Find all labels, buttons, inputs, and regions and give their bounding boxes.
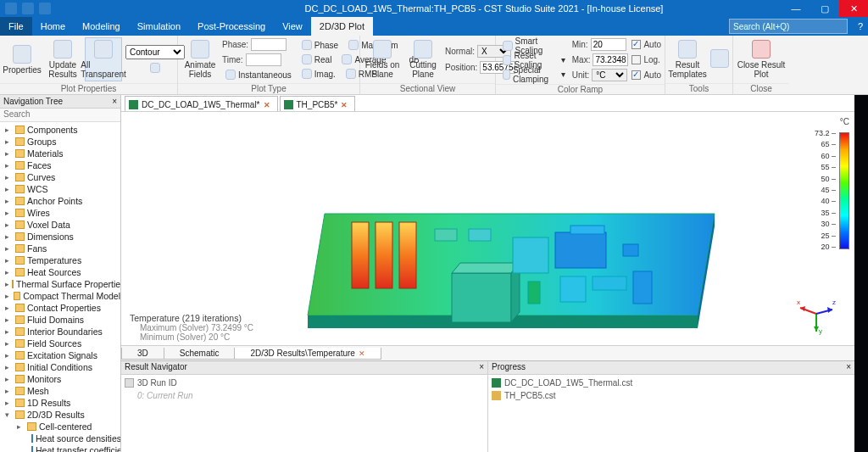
3d-view[interactable]: °C 73.2 –65 –60 –55 –50 –45 –40 –35 –30 … bbox=[121, 112, 854, 345]
progress-file-row[interactable]: TH_PCB5.cst bbox=[492, 389, 851, 402]
macro-button[interactable] bbox=[709, 37, 730, 81]
tab-simulation[interactable]: Simulation bbox=[129, 17, 189, 36]
tree-item[interactable]: ▸Interior Boundaries bbox=[2, 326, 120, 338]
update-results-button[interactable]: Update Results bbox=[44, 37, 81, 81]
auto-unit-checkbox[interactable] bbox=[632, 70, 641, 80]
animate-fields-button[interactable]: Animate Fields bbox=[181, 37, 219, 81]
tree-item[interactable]: ▸Components bbox=[2, 124, 120, 136]
run-id-row[interactable]: 3D Run ID bbox=[125, 377, 484, 389]
min-input[interactable] bbox=[591, 38, 626, 51]
tree-item[interactable]: ▸Compact Thermal Model bbox=[2, 290, 120, 302]
tree-item-2d3d-results[interactable]: ▾2D/3D Results bbox=[2, 409, 120, 421]
tree-item[interactable]: ▸Faces bbox=[2, 159, 120, 171]
special-clamping-button[interactable]: Special Clamping ▾ bbox=[499, 68, 569, 81]
nav-search[interactable]: Search bbox=[0, 109, 120, 122]
tree-item[interactable]: ▸Wires bbox=[2, 207, 120, 219]
tab-home[interactable]: Home bbox=[32, 17, 74, 36]
tab-postprocessing[interactable]: Post-Processing bbox=[189, 17, 274, 36]
tab-2d3d-plot[interactable]: 2D/3D Plot bbox=[311, 17, 373, 36]
tree-item[interactable]: ▸Field Sources bbox=[2, 338, 120, 349]
maximize-button[interactable]: ▢ bbox=[810, 0, 839, 17]
cutting-plane-button[interactable]: Cutting Plane bbox=[404, 37, 442, 81]
animate-icon bbox=[191, 40, 209, 59]
real-button[interactable]: Real bbox=[298, 53, 336, 66]
close-button[interactable]: ✕ bbox=[839, 0, 868, 17]
view-tab[interactable]: 3D bbox=[121, 348, 164, 360]
tab-modeling[interactable]: Modeling bbox=[74, 17, 129, 36]
tree-item[interactable]: ▸Materials bbox=[2, 148, 120, 159]
max-input[interactable] bbox=[593, 53, 628, 66]
svg-rect-11 bbox=[513, 237, 548, 273]
phase-button[interactable]: Phase bbox=[298, 38, 342, 52]
coordinate-triad[interactable]: x y z bbox=[795, 293, 837, 335]
all-transparent-button[interactable]: All Transparent bbox=[85, 37, 122, 81]
tree-item[interactable]: ▸Temperatures bbox=[2, 254, 120, 266]
fields-on-plane-button[interactable]: Fields on Plane bbox=[364, 37, 401, 81]
tree-item[interactable]: ▸Anchor Points bbox=[2, 195, 120, 207]
tab-view[interactable]: View bbox=[274, 17, 311, 36]
contour-select[interactable]: Contour bbox=[125, 45, 185, 59]
result-navigator-title: Result Navigator bbox=[125, 362, 187, 373]
color-legend: °C 73.2 –65 –60 –55 –50 –45 –40 –35 –30 … bbox=[812, 117, 849, 128]
panel-close-icon[interactable]: × bbox=[846, 362, 851, 373]
qat bbox=[0, 3, 186, 14]
svg-rect-17 bbox=[633, 271, 652, 304]
tree-item[interactable]: ▸WCS bbox=[2, 183, 120, 195]
tree-item[interactable]: ▸Excitation Signals bbox=[2, 349, 120, 361]
tree-item[interactable]: ▸Thermal Surface Properties bbox=[2, 278, 120, 290]
temperature-plot bbox=[291, 163, 732, 345]
save-icon[interactable] bbox=[5, 3, 17, 14]
current-run-row[interactable]: 0: Current Run bbox=[125, 389, 484, 402]
search-input[interactable]: Search (Alt+Q) bbox=[729, 19, 848, 34]
tree-item[interactable]: ▸Voxel Data bbox=[2, 219, 120, 231]
panel-close-icon[interactable]: × bbox=[112, 97, 117, 106]
tree-item[interactable]: Heat transfer coefficient bbox=[2, 444, 120, 452]
legend-tick: 20 – bbox=[815, 243, 836, 251]
progress-file-row[interactable]: DC_DC_LOAD_1W5_Thermal.cst bbox=[492, 377, 851, 389]
tree-item[interactable]: ▸Contact Properties bbox=[2, 302, 120, 314]
redo-icon[interactable] bbox=[39, 3, 51, 14]
tree-item[interactable]: ▸Fluid Domains bbox=[2, 314, 120, 326]
undo-icon[interactable] bbox=[22, 3, 34, 14]
tree-item[interactable]: Heat source densities bbox=[2, 432, 120, 444]
legend-tick: 65 – bbox=[815, 140, 836, 148]
tree-item[interactable]: ▸1D Results bbox=[2, 397, 120, 409]
tree-item[interactable]: ▸Initial Conditions bbox=[2, 361, 120, 373]
result-templates-button[interactable]: Result Templates bbox=[669, 37, 706, 81]
help-icon[interactable]: ? bbox=[853, 21, 868, 31]
svg-rect-15 bbox=[570, 226, 604, 234]
svg-rect-9 bbox=[435, 229, 457, 241]
properties-button[interactable]: Properties bbox=[3, 37, 41, 81]
panel-close-icon[interactable]: × bbox=[479, 362, 484, 373]
unit-select[interactable]: °C bbox=[592, 69, 627, 81]
tree-item[interactable]: ▸Groups bbox=[2, 136, 120, 148]
instantaneous-button[interactable]: Instantaneous bbox=[222, 68, 295, 81]
view-tab[interactable]: Schematic bbox=[164, 348, 236, 360]
tree-item[interactable]: ▸Dimensions bbox=[2, 231, 120, 243]
document-tab[interactable]: DC_DC_LOAD_1W5_Thermal*✕ bbox=[125, 96, 278, 111]
tree-item[interactable]: ▸Fans bbox=[2, 243, 120, 254]
imag-button[interactable]: Imag. bbox=[298, 67, 339, 81]
close-icon[interactable]: ✕ bbox=[341, 101, 348, 109]
minimize-button[interactable]: — bbox=[782, 0, 810, 17]
solver-info: Temperature (219 iterations) Maximum (So… bbox=[130, 313, 253, 342]
log-checkbox[interactable] bbox=[632, 55, 641, 64]
auto-min-checkbox[interactable] bbox=[632, 40, 641, 49]
tree-item[interactable]: ▸Cell-centered bbox=[2, 421, 120, 432]
navigation-tree[interactable]: ▸Components▸Groups▸Materials▸Faces▸Curve… bbox=[0, 122, 120, 452]
phase-input[interactable] bbox=[251, 38, 287, 51]
view-tab[interactable]: 2D/3D Results\Temperature✕ bbox=[234, 348, 381, 360]
tree-item[interactable]: ▸Heat Sources bbox=[2, 266, 120, 278]
time-input[interactable] bbox=[246, 53, 281, 66]
transparent-icon bbox=[94, 40, 113, 59]
tree-item[interactable]: ▸Curves bbox=[2, 171, 120, 183]
tree-item[interactable]: ▸Monitors bbox=[2, 373, 120, 385]
tree-item[interactable]: ▸Mesh bbox=[2, 385, 120, 397]
palette-icon[interactable] bbox=[125, 61, 185, 75]
close-result-plot-button[interactable]: Close Result Plot bbox=[737, 37, 786, 81]
tab-file[interactable]: File bbox=[0, 17, 32, 36]
close-icon[interactable]: ✕ bbox=[264, 101, 270, 109]
document-tab[interactable]: TH_PCB5*✕ bbox=[280, 96, 356, 111]
template-icon bbox=[678, 40, 697, 59]
close-icon[interactable]: ✕ bbox=[359, 349, 365, 358]
